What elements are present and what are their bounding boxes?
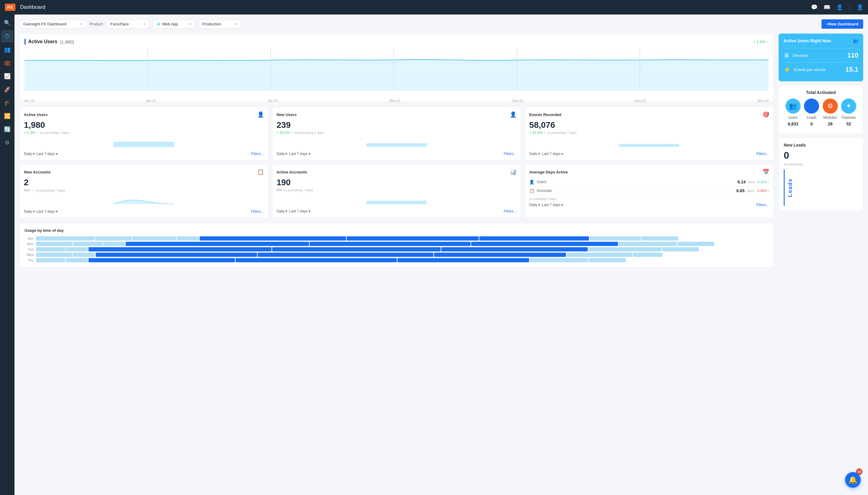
circle-user-icon[interactable]: 👤 [836,4,843,11]
blue-bar-indicator [24,39,26,45]
new-users-filters-btn[interactable]: Filters... [504,152,517,156]
x-label-may01: May 01 [389,99,400,102]
active-users-preceding: vs preceding 7 days [40,131,69,135]
active-accounts-period-select[interactable]: Daily ▾ [277,209,287,214]
activated-leads-item: 👤 Leads 0 [804,99,819,126]
events-value: 58,076 [529,120,769,130]
usage-title: Usage by time of day [24,228,769,233]
activated-leads-value: 0 [810,121,813,126]
activated-modules-value: 28 [828,121,833,126]
active-accounts-range-select[interactable]: Last 7 days ▾ [289,209,310,214]
events-header: Events Recorded 🎯 [529,111,769,118]
book-icon[interactable]: 📖 [823,4,830,11]
up-arrow-icon [36,131,38,135]
usage-row-tue: Tue [24,247,769,252]
activated-leads-label: Leads [807,116,817,120]
new-users-period-select[interactable]: Daily ▾ [277,152,287,156]
avg-days-range-select[interactable]: Last 7 days ▾ [542,203,563,207]
day-label-thu: Thu [24,258,34,262]
dashboard-select[interactable]: Gainsight PX Dashboard ▾ [19,20,86,29]
nav-icons: 💬 📖 👤 | 👤 [811,4,863,11]
svg-rect-10 [113,142,174,147]
new-accounts-filters-btn[interactable]: Filters... [251,209,264,214]
active-accounts-filters-btn[interactable]: Filters... [504,209,517,214]
activated-users-icon: 👥 [785,99,801,114]
users-unit: days [748,180,755,184]
sidebar-item-journeys[interactable]: 🚀 [1,83,13,96]
day-label-tue: Tue [24,248,34,251]
events-per-min-row: ⚡ Events per minute 15.1 [783,62,858,76]
usage-bar [200,236,346,241]
events-range-select[interactable]: Last 7 days ▾ [542,152,563,156]
usage-bar [589,236,641,241]
notification-button[interactable]: 🔔 [845,472,861,488]
users-avg-val: 6.14 [738,180,746,184]
usage-bar [619,242,677,246]
chevron-down-icon: ▾ [235,22,237,26]
environment-select-label: Production [202,22,221,26]
avg-days-filters-btn[interactable]: Filters... [756,203,769,207]
events-period-select[interactable]: Daily ▾ [529,152,540,156]
right-column: Active Users Right Now 👥 🖥 Sessions 110 … [779,34,863,268]
new-accounts-period-select[interactable]: Daily ▾ [24,209,35,214]
new-accounts-range-select[interactable]: Last 7 days ▾ [37,209,58,214]
monitor-icon: 🖥 [157,22,160,26]
sidebar-item-search[interactable]: 🔍 [1,17,13,29]
active-users-filters-btn[interactable]: Filters... [251,152,264,156]
sidebar-item-engagements[interactable]: 💼 [1,57,13,69]
down-arrow-icon [768,189,769,192]
x-label-may02: May 02 [512,99,523,102]
accounts-unit: days [747,189,754,192]
usage-bar [73,253,95,257]
active-users-period-select[interactable]: Daily ▾ [24,152,35,156]
usage-bar [272,247,441,252]
right-panel: Active Users Right Now 👥 🖥 Sessions 110 … [779,34,863,211]
new-dashboard-button[interactable]: +New Dashboard [821,19,863,29]
usage-row-wed: Wed [24,253,769,257]
sidebar-item-retention[interactable]: 🔄 [1,123,13,135]
new-users-footer: Daily ▾ Last 7 days ▾ Filters... [277,152,517,156]
accounts-label: Accounts [537,189,734,193]
user-icon[interactable]: 👤 [856,4,863,11]
avg-days-period-select[interactable]: Daily ▾ [529,203,540,207]
activated-features-label: Features [842,116,856,120]
sidebar-item-audience[interactable]: 👥 [1,44,13,56]
logo: PX [5,4,15,11]
accounts-icon: 📋 [257,169,264,175]
activated-features-value: 52 [846,121,851,126]
sidebar-item-knowledge[interactable]: 🎓 [1,97,13,109]
sessions-value: 110 [847,51,858,59]
new-users-range-select[interactable]: Last 7 days ▾ [289,152,310,156]
webapp-select[interactable]: 🖥 Web App ▾ [153,20,195,29]
webapp-select-label: Web App [162,22,178,26]
usage-bar [235,258,397,262]
avg-days-header: Average Days Active 📅 [529,169,769,175]
sidebar-item-analytics[interactable]: ⏱ [1,30,13,42]
chevron-down-icon: ▾ [143,22,145,26]
environment-select[interactable]: Production ▾ [198,20,241,29]
usage-bar [36,236,94,241]
sidebar-item-reports[interactable]: 📈 [1,70,13,82]
new-leads-card: New Leads 0 vs preceding... Leads [779,137,863,211]
top-nav: PX Dashboard 💬 📖 👤 | 👤 [0,0,868,15]
x-label-apr29: Apr 29 [146,99,156,102]
active-users-mini-chart [24,137,264,149]
sidebar-item-paths[interactable]: 🔀 [1,110,13,122]
chat-icon[interactable]: 💬 [811,4,818,11]
product-select[interactable]: Face2face ▾ [107,20,149,29]
new-leads-preceding: vs preceding... [784,162,858,166]
new-accounts-preceding: vs preceding 7 days [36,189,65,192]
usage-bar [132,236,176,241]
new-accounts-card: New Accounts 📋 2 N/A vs preceding 7 days [19,164,268,218]
page-title: Dashboard [20,4,45,10]
chevron-down-icon: ▾ [189,22,191,26]
usage-bar [66,247,88,252]
events-filters-btn[interactable]: Filters... [756,152,769,156]
active-accounts-mini-chart [277,194,517,207]
active-users-right-now-card: Active Users Right Now 👥 🖥 Sessions 110 … [779,34,863,81]
events-per-min-value: 15.1 [845,66,858,73]
sidebar-item-settings[interactable]: ⚙ [1,137,13,149]
active-users-range-select[interactable]: Last 7 days ▾ [37,152,58,156]
day-label-wed: Wed [24,253,34,257]
usage-bar [434,253,566,257]
